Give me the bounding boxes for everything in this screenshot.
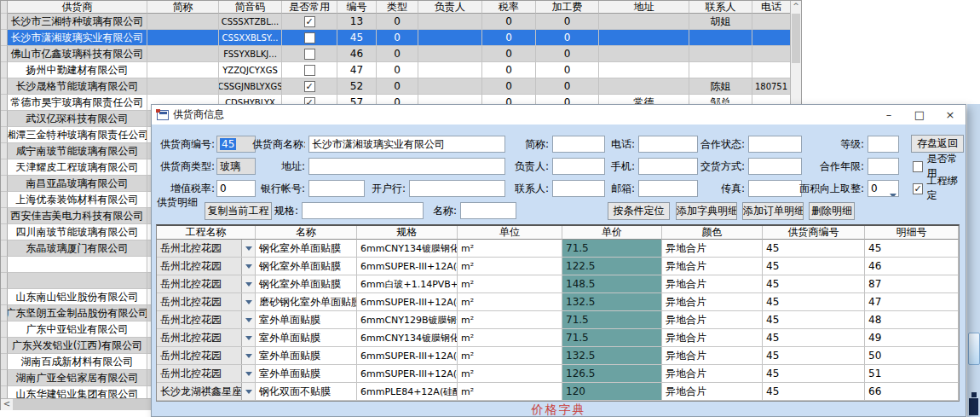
- common-flag-checkbox[interactable]: ✓: [304, 16, 315, 27]
- cell-name: 长沙市三湘特种玻璃有限公司: [8, 14, 147, 30]
- locate-button[interactable]: 按条件定位: [608, 202, 670, 220]
- coop-state-input[interactable]: [748, 136, 802, 153]
- common-flag-checkbox[interactable]: ✓: [304, 81, 315, 92]
- common-checkbox[interactable]: [913, 161, 923, 172]
- supplier-name-input[interactable]: 长沙市潇湘玻璃实业有限公司: [308, 136, 505, 153]
- column-header-fee[interactable]: 加工费: [536, 1, 599, 14]
- add-dict-detail-button[interactable]: 添加字典明细: [676, 202, 737, 220]
- column-header-abbr[interactable]: 简称: [147, 1, 219, 14]
- close-button[interactable]: ×: [935, 105, 966, 125]
- email-input[interactable]: [638, 180, 698, 197]
- cell-name: 湖南广亚全铝家居有限公司: [8, 370, 147, 386]
- common-checkbox-field[interactable]: 是否常用: [913, 159, 966, 173]
- common-flag-checkbox[interactable]: [304, 65, 315, 76]
- column-header-owner[interactable]: 负责人: [418, 1, 482, 14]
- detail-column-header[interactable]: 规格: [357, 226, 458, 240]
- detail-row[interactable]: 岳州北控花园钢化室外单面贴膜6mm白玻+1.14PVB+6mm...m²148.…: [157, 275, 959, 293]
- detail-row[interactable]: 岳州北控花园磨砂钢化室外单面贴膜6mmSUPER-III+12A(硅...m²1…: [157, 293, 959, 311]
- spec-filter-input[interactable]: [302, 202, 424, 219]
- detail-column-header[interactable]: 工程名称: [157, 226, 256, 240]
- detail-column-header[interactable]: 单位: [458, 226, 562, 240]
- row-header: [1, 143, 8, 159]
- column-header-phone[interactable]: 电话: [752, 1, 791, 14]
- supplier-row[interactable]: 长沙市三湘特种玻璃有限公司CSSSXTZBL...✓13000胡姐: [1, 14, 801, 30]
- cell-addr: [599, 14, 689, 30]
- detail-column-header[interactable]: 名称: [256, 226, 357, 240]
- detail-row[interactable]: 长沙龙湖祺鑫星座钢化双面不贴膜6mmPLE84+12A(硅酮胶...m²120异…: [157, 383, 959, 401]
- cell-code: CSSGJNBLYXGS: [219, 78, 282, 95]
- copy-project-button[interactable]: 复制当前工程: [205, 202, 272, 220]
- column-header-common[interactable]: 是否常用: [282, 1, 337, 14]
- vat-input[interactable]: 0: [216, 180, 256, 197]
- area-round-select[interactable]: 0: [868, 180, 899, 197]
- row-header: [1, 321, 8, 338]
- detail-row[interactable]: 岳州北控花园室外单面贴膜6mmCNY129B镀膜钢化m²71.5异地合片4548: [157, 311, 959, 329]
- scroll-up-icon[interactable]: ^: [791, 1, 801, 13]
- minimize-button[interactable]: –: [873, 105, 904, 125]
- detail-column-header[interactable]: 单价: [562, 226, 662, 240]
- cell-name: 武汉亿琛科技有限公司: [8, 111, 147, 127]
- horizontal-scrollbar-thumb[interactable]: [13, 399, 166, 410]
- bind-checkbox-field[interactable]: ✓ 工程绑定: [913, 182, 966, 195]
- column-header-no[interactable]: 编号: [337, 1, 377, 14]
- detail-row[interactable]: 岳州北控花园室外单面贴膜6mmSUPER-III+12A(硅...m²132.5…: [157, 347, 959, 365]
- combo-dropdown-icon[interactable]: [241, 258, 255, 275]
- coop-years-input[interactable]: [868, 158, 899, 175]
- delete-detail-button[interactable]: 删除明细: [809, 202, 855, 220]
- cell-addr: [599, 78, 689, 95]
- chevron-down-icon[interactable]: [890, 187, 896, 197]
- column-header-name[interactable]: 供货商: [8, 1, 147, 14]
- column-header-tax[interactable]: 税率: [482, 1, 536, 14]
- common-flag-checkbox[interactable]: [304, 32, 315, 43]
- combo-dropdown-icon[interactable]: [241, 293, 255, 310]
- bank-account-input[interactable]: [308, 180, 365, 197]
- dialog-titlebar[interactable]: 供货商信息 – □ ×: [152, 105, 966, 125]
- combo-dropdown-icon[interactable]: [241, 365, 255, 382]
- supplier-type-input[interactable]: 玻璃: [216, 158, 256, 175]
- supplier-row[interactable]: 长沙晟格节能玻璃有限公司CSSGJNBLYXGS✓52000陈姐180751: [1, 78, 801, 95]
- owner-input[interactable]: [552, 158, 605, 175]
- detail-row[interactable]: 岳州北控花园钢化室外单面贴膜6mmSUPER-III+12A(硅...m²122…: [157, 258, 959, 275]
- project-name-value: 岳州北控花园: [157, 295, 241, 310]
- combo-dropdown-icon[interactable]: [241, 311, 255, 328]
- abbr-input[interactable]: [552, 136, 605, 153]
- column-header-addr[interactable]: 地址: [599, 1, 689, 14]
- detail-column-header[interactable]: 颜色: [662, 226, 763, 240]
- detail-column-header[interactable]: 供货商编号: [763, 226, 865, 240]
- supplier-row[interactable]: 佛山市亿鑫玻璃科技有限公司FSSYXBLKJ...46000: [1, 46, 801, 62]
- supplier-row[interactable]: 长沙市潇湘玻璃实业有限公司CSSXXBLSY...45000: [1, 30, 801, 46]
- mobile-input[interactable]: [638, 158, 698, 175]
- column-header-type[interactable]: 类型: [377, 1, 418, 14]
- combo-dropdown-icon[interactable]: [241, 347, 255, 364]
- supplier-row[interactable]: 扬州中勤建材有限公司YZZQJCYXGS47000: [1, 62, 801, 78]
- detail-row[interactable]: 岳州北控花园室外单面贴膜6mmCNY134镀膜钢化m²71.5异地合片4549: [157, 329, 959, 347]
- detail-row[interactable]: 岳州北控花园钢化室外单面贴膜6mmCNY134镀膜钢化m²71.5异地合片454…: [157, 240, 959, 258]
- combo-dropdown-icon[interactable]: [241, 383, 255, 400]
- vertical-scrollbar-thumb[interactable]: [792, 14, 800, 63]
- bind-checkbox[interactable]: ✓: [913, 183, 923, 194]
- add-order-detail-button[interactable]: 添加订单明细: [742, 202, 804, 220]
- scroll-left-icon[interactable]: <: [1, 399, 13, 410]
- tel-input[interactable]: [638, 136, 698, 153]
- address-input[interactable]: [308, 158, 505, 175]
- combo-dropdown-icon[interactable]: [241, 329, 255, 346]
- supplier-no-input[interactable]: 45: [216, 136, 256, 153]
- maximize-button[interactable]: □: [904, 105, 935, 125]
- cell-name: 佛山市亿鑫玻璃科技有限公司: [8, 46, 147, 62]
- column-header-contact[interactable]: 联系人: [689, 1, 752, 14]
- background-button: [968, 333, 980, 365]
- contact-input[interactable]: [552, 180, 605, 197]
- detail-table[interactable]: 工程名称名称规格单位单价颜色供货商编号明细号 岳州北控花园钢化室外单面贴膜6mm…: [156, 224, 960, 402]
- bank-branch-input[interactable]: [409, 180, 505, 197]
- common-flag-checkbox[interactable]: [304, 49, 315, 60]
- combo-dropdown-icon[interactable]: [241, 275, 255, 292]
- grade-input[interactable]: [868, 136, 899, 153]
- name-filter-input[interactable]: [460, 202, 516, 219]
- combo-dropdown-icon[interactable]: [241, 240, 255, 257]
- cell-name: 湘潭三金特种玻璃有限责任公司: [8, 127, 147, 143]
- detail-cell: 45: [763, 311, 865, 329]
- detail-row[interactable]: 岳州北控花园室外单面贴膜6mmSUPER-III+12A(硅...m²126.5…: [157, 365, 959, 383]
- column-header-code[interactable]: 简音码: [219, 1, 282, 14]
- save-return-button[interactable]: 存盘返回: [911, 135, 964, 153]
- detail-column-header[interactable]: 明细号: [865, 226, 959, 240]
